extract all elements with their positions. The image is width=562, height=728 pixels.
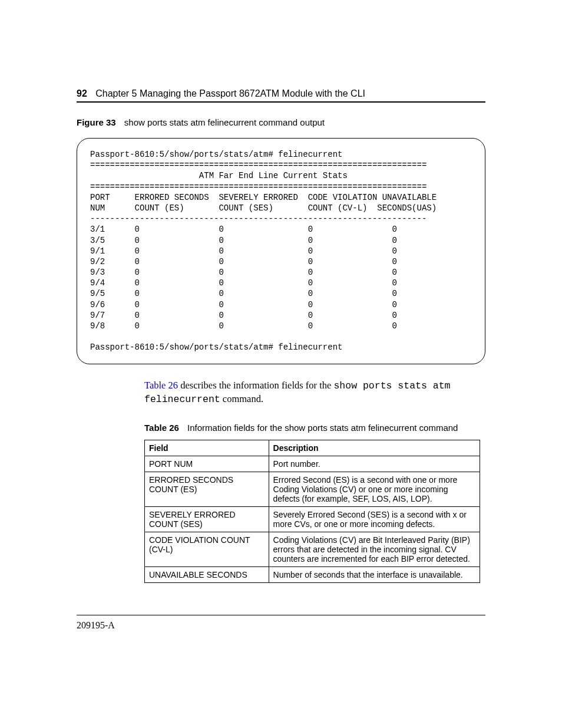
col-header-field: Field [145, 440, 269, 456]
terminal-row: 9/3 0 0 0 0 [90, 268, 397, 277]
table-caption-text: Information fields for the show ports st… [187, 423, 458, 433]
terminal-row: 9/4 0 0 0 0 [90, 278, 397, 288]
doc-id: 209195-A [77, 620, 115, 630]
table-header-row: Field Description [145, 440, 480, 456]
terminal-output: Passport-8610:5/show/ports/stats/atm# fe… [90, 149, 472, 353]
terminal-row: 9/5 0 0 0 0 [90, 289, 397, 298]
terminal-row: 9/1 0 0 0 0 [90, 246, 397, 256]
cell-desc: Port number. [269, 456, 480, 472]
page-content: 92 Chapter 5 Managing the Passport 8672A… [0, 0, 562, 583]
info-table: Field Description PORT NUM Port number. … [144, 440, 480, 583]
cell-desc: Coding Violations (CV) are Bit Interleav… [269, 532, 480, 567]
terminal-colhead: PORT ERRORED SECONDS SEVERELY ERRORED CO… [90, 193, 437, 202]
table-row: CODE VIOLATION COUNT (CV-L) Coding Viola… [145, 532, 480, 567]
cell-field: CODE VIOLATION COUNT (CV-L) [145, 532, 269, 567]
col-header-desc: Description [269, 440, 480, 456]
cell-field: UNAVAILABLE SECONDS [145, 567, 269, 583]
terminal-hr: ========================================… [90, 160, 427, 170]
terminal-hr: ========================================… [90, 182, 427, 192]
body-paragraph: Table 26 describes the information field… [144, 379, 485, 407]
figure-caption: Figure 33 show ports stats atm felinecur… [77, 117, 485, 127]
body-text: describes the information fields for the [178, 380, 333, 391]
page-header: 92 Chapter 5 Managing the Passport 8672A… [77, 88, 485, 103]
terminal-hr: ----------------------------------------… [90, 214, 427, 223]
body-text: command. [220, 393, 263, 404]
table-row: SEVERELY ERRORED COUNT (SES) Severely Er… [145, 507, 480, 532]
terminal-row: 9/7 0 0 0 0 [90, 311, 397, 320]
figure-label: Figure 33 [77, 117, 116, 127]
cell-field: PORT NUM [145, 456, 269, 472]
terminal-prompt: Passport-8610:5/show/ports/stats/atm# fe… [90, 150, 342, 159]
cell-desc: Errored Second (ES) is a second with one… [269, 472, 480, 507]
page-number: 92 [77, 88, 87, 98]
terminal-colhead: NUM COUNT (ES) COUNT (SES) COUNT (CV-L) … [90, 203, 437, 213]
terminal-row: 9/6 0 0 0 0 [90, 300, 397, 309]
terminal-row: 9/8 0 0 0 0 [90, 321, 397, 331]
cell-field: ERRORED SECONDS COUNT (ES) [145, 472, 269, 507]
terminal-title: ATM Far End Line Current Stats [90, 171, 348, 180]
page-footer: 209195-A [77, 615, 485, 631]
terminal-row: 3/1 0 0 0 0 [90, 225, 397, 234]
terminal-prompt: Passport-8610:5/show/ports/stats/atm# fe… [90, 342, 342, 352]
figure-caption-text: show ports stats atm felinecurrent comma… [124, 117, 325, 127]
table-label: Table 26 [144, 423, 179, 433]
chapter-title: Chapter 5 Managing the Passport 8672ATM … [95, 88, 365, 98]
table-row: UNAVAILABLE SECONDS Number of seconds th… [145, 567, 480, 583]
cell-desc: Severely Errored Second (SES) is a secon… [269, 507, 480, 532]
terminal-frame: Passport-8610:5/show/ports/stats/atm# fe… [77, 138, 485, 364]
cell-field: SEVERELY ERRORED COUNT (SES) [145, 507, 269, 532]
table-ref-link[interactable]: Table 26 [144, 380, 178, 391]
table-row: ERRORED SECONDS COUNT (ES) Errored Secon… [145, 472, 480, 507]
terminal-row: 3/5 0 0 0 0 [90, 236, 397, 245]
table-row: PORT NUM Port number. [145, 456, 480, 472]
table-caption: Table 26 Information fields for the show… [144, 423, 485, 433]
cell-desc: Number of seconds that the interface is … [269, 567, 480, 583]
terminal-row: 9/2 0 0 0 0 [90, 257, 397, 266]
